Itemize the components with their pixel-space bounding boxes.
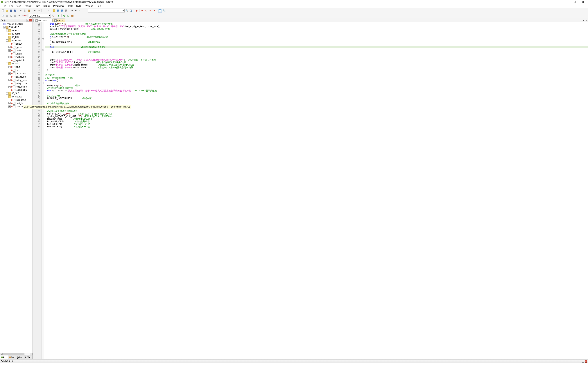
tree-item[interactable]: −04_Driver [0,39,33,42]
breakpoint-kill-icon[interactable] [153,9,156,12]
minimize-button[interactable]: ─ [562,0,570,4]
menu-help[interactable]: Help [95,4,103,8]
manage-rtenv-icon[interactable] [57,14,61,18]
batch-build-icon[interactable] [13,14,17,18]
tab-dropdown-icon[interactable]: ▾ [582,19,585,22]
panel-tab-functions[interactable]: {}Fu... [16,355,25,359]
nav-back-icon[interactable]: ← [43,9,46,12]
window-layout-icon[interactable] [158,9,162,12]
tree-item[interactable]: gpio.h [0,42,33,45]
tree-item[interactable]: +ds18b20.c [0,72,33,75]
menu-view[interactable]: View [15,4,23,8]
new-file-icon[interactable] [1,9,5,12]
bookmark-clear-icon[interactable] [64,9,68,12]
svg-point-24 [64,16,65,17]
tree-item[interactable]: +03_MCU [0,36,33,39]
build-icon[interactable] [5,14,9,18]
manage-components-icon[interactable] [67,14,70,18]
tree-item[interactable]: +01_Doc [0,29,33,32]
menu-svcs[interactable]: SVCS [75,4,84,8]
menu-peripherals[interactable]: Peripherals [52,4,66,8]
panel-autohide-icon[interactable]: ▫ [26,19,29,21]
breakpoint-insert-icon[interactable] [140,9,144,12]
translate-icon[interactable] [1,14,5,18]
find-icon[interactable]: 🔍 [125,9,129,12]
debug-icon[interactable] [135,9,138,12]
tree-item[interactable]: +02_Core [0,32,33,36]
cut-icon[interactable]: ✂ [19,9,23,12]
breakpoint-disable-icon[interactable] [148,9,152,12]
tree-item[interactable]: ds18b20.h [0,75,33,79]
menu-flash[interactable]: Flash [33,4,42,8]
tree-item[interactable]: +gpio.c [0,45,33,49]
project-tree[interactable]: −Project: KEA128−EXAMPLE+01_Doc+02_Core+… [0,22,33,353]
build-output-body[interactable] [0,363,588,367]
bookmark-prev-icon[interactable] [56,9,60,12]
tree-item[interactable]: +systick.c [0,55,33,59]
tree-item[interactable]: +06_Soft [0,92,33,95]
nav-fwd-icon[interactable]: → [46,9,50,12]
tab-uart-h[interactable]: uart.h [52,18,65,22]
target-options-icon[interactable]: 🔨 [51,14,55,18]
manage-books-icon[interactable] [62,14,66,18]
tree-item[interactable]: −EXAMPLE [0,26,33,29]
menu-tools[interactable]: Tools [66,4,74,8]
tree-item[interactable]: −07_Source [0,95,33,98]
panel-tab-templates[interactable]: 0.Te... [25,355,33,359]
indent-icon[interactable]: ⇥ [70,9,74,12]
menu-window[interactable]: Window [84,4,95,8]
save-icon[interactable] [9,9,13,12]
menu-edit[interactable]: Edit [8,4,15,8]
download-icon[interactable]: LOAD [23,14,27,18]
breakpoint-enable-icon[interactable] [144,9,148,12]
close-button[interactable]: ✕ [579,0,587,4]
bookmark-next-icon[interactable] [60,9,64,12]
tree-item[interactable]: includes.h [0,98,33,102]
save-all-icon[interactable] [13,9,17,12]
tree-item[interactable]: +uart.c [0,49,33,52]
build-output-close-icon[interactable]: ✕ [585,360,587,363]
copy-icon[interactable] [23,9,27,12]
undo-icon[interactable]: ↶ [33,9,36,12]
bookmark-icon[interactable] [52,9,56,12]
tree-item[interactable]: −Project: KEA128 [0,22,33,26]
panel-tab-books[interactable]: Bo... [8,355,16,359]
tree-item[interactable]: bz.h [0,69,33,72]
tree-item[interactable]: +uart_isr.c [0,102,33,105]
menu-project[interactable]: Project [23,4,33,8]
redo-icon[interactable]: ↷ [37,9,40,12]
stop-build-icon[interactable] [17,14,21,18]
comment-icon[interactable]: // [78,9,82,12]
open-file-icon[interactable] [5,9,9,12]
find-in-files-icon[interactable] [129,9,133,12]
tree-item[interactable]: uart.h [0,52,33,55]
outdent-icon[interactable]: ⇤ [74,9,78,12]
rebuild-icon[interactable] [9,14,13,18]
menu-file[interactable]: File [1,4,8,8]
tree-item[interactable]: lcd12864.h [0,88,33,92]
svg-rect-21 [18,15,20,16]
panel-close-icon[interactable]: ✕ [29,19,32,21]
paste-icon[interactable] [27,9,31,12]
build-output-title: Build Output [1,360,13,363]
menu-debug[interactable]: Debug [42,4,52,8]
tree-item[interactable]: +indep_kb.c [0,79,33,82]
pack-installer-icon[interactable] [70,14,74,18]
tab-uart-main-c[interactable]: uart_main.c [34,19,52,22]
tree-item[interactable]: −05_App [0,62,33,65]
tree-item[interactable]: +bz.c [0,65,33,69]
code-editor[interactable]: 3536373839404142434445464748495051525354… [33,22,588,359]
configure-icon[interactable]: 🔧 [162,9,166,12]
panel-tab-project[interactable]: Pr... [0,355,8,359]
tree-item[interactable]: +lcd12864.c [0,85,33,88]
maximize-button[interactable]: ☐ [570,0,579,4]
project-hscroll[interactable]: ◂▸ [0,353,33,355]
tree-item[interactable]: indep_kb.h [0,82,33,85]
window-title: D:\个人资料\视频录制\基于构建化的ARM嵌入式系统设计\课程设计\Curri… [4,0,562,3]
tree-item[interactable]: systick.h [0,59,33,62]
tab-close-icon[interactable]: ✕ [585,19,588,22]
uncomment-icon[interactable]: // [82,9,86,12]
find-combo[interactable]: ▾ [88,9,125,12]
build-output-autohide-icon[interactable]: ▫ [582,360,584,363]
target-combo[interactable]: EXAMPLE▾ [29,14,51,18]
